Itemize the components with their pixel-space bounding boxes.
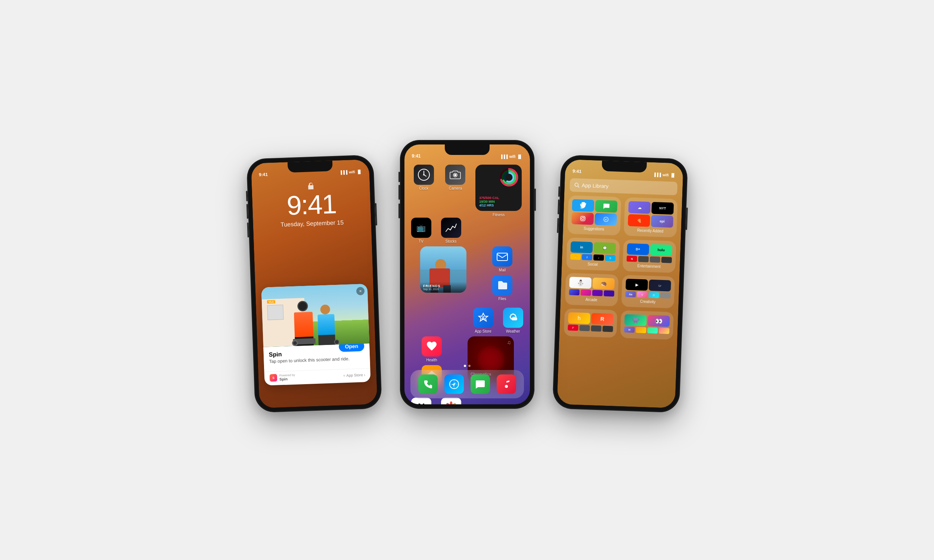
volume-down-button-2[interactable] [399,203,400,218]
volume-down-button-3[interactable] [557,218,559,233]
camera-label: Camera [449,186,462,191]
health-app[interactable]: Health [420,336,443,362]
volume-down-button[interactable] [247,223,249,237]
files-label: Files [498,297,506,301]
mail-files-column: Mail Files [491,246,514,301]
phone-applibrary: 9:41 ▐▐▐ wifi ▐▌ App Library [552,155,688,412]
photos-widget[interactable]: FRIENDS Sep 10, 2019 Photos [420,246,466,293]
weather-app[interactable]: 🌤 Weather [502,308,525,333]
stocks-app[interactable]: Stocks [440,218,463,243]
svg-text:A: A [481,315,485,321]
photos-icon [441,398,461,404]
weather-label: Weather [506,329,520,333]
app-store-link[interactable]: ⟐ App Store › [343,372,365,377]
appstore-app[interactable]: A App Store [472,308,495,333]
signal-icon-3: ▐▐▐ [653,172,661,177]
twitter-app-small [572,199,594,212]
mail-label: Mail [499,268,506,272]
page-dots [405,365,530,367]
appstore-label: App Store [475,329,491,333]
dock-music[interactable] [497,374,516,394]
creativity-label: Creativity [625,298,670,304]
app-grid: Clock Camera [405,162,530,404]
volume-up-button-2[interactable] [399,185,400,200]
hulu-app-small: hulu [650,244,672,256]
stocks-label: Stocks [445,239,456,243]
spin-logo-icon: S [269,374,277,382]
svg-marker-32 [604,218,607,221]
app-clip-body: Open Spin Tap open to unlock this scoote… [263,343,370,369]
svg-point-5 [454,174,456,176]
volume-up-button[interactable] [246,204,248,219]
library-row-4: h R P 👾 [563,308,673,340]
library-row-3: ⛄ 🦔 Arcade [565,273,675,308]
signal-icon-2: ▐▐▐ [500,155,508,158]
reddit-app: R [591,313,613,325]
camera-app[interactable]: Camera [444,165,467,191]
camera-icon [445,165,465,185]
health-icon [422,336,442,357]
stocks-icon [441,218,461,238]
app-clip-card[interactable]: VLC [261,284,371,386]
clock-app[interactable]: Clock [412,165,435,191]
status-time: 9:41 [259,172,268,177]
power-button-2[interactable] [534,189,536,211]
status-time-3: 9:41 [572,168,582,174]
dock-messages[interactable] [471,374,490,394]
clip-logo: S Powered by Spin [269,373,295,382]
wifi-icon-3: wifi [662,173,668,177]
svg-line-27 [578,186,579,188]
lockscreen-screen: 9:41 ▐▐▐ wifi ▐▌ 9:41 Tuesday, September… [251,159,377,408]
dock [411,370,524,398]
photos-app[interactable]: Photos [440,398,463,404]
netflix-app-small: N [626,256,637,262]
disneyplus-app-small: D+ [627,243,649,255]
arcade-folder[interactable]: ⛄ 🦔 Arcade [565,273,619,306]
silent-button[interactable] [246,191,248,201]
misc-folder-1[interactable]: h R P [563,308,617,338]
entertainment-folder[interactable]: D+ hulu N Entertainment [622,239,676,273]
safari-app-small [594,213,617,226]
news-app[interactable]: N̲ News [410,398,433,404]
music-note: ♫ [507,339,511,345]
tv-app[interactable]: 📺 TV [410,218,433,243]
creativity-folder[interactable]: ▶ Lr Aa V O Creativity [621,275,675,308]
volume-up-button-3[interactable] [557,199,559,214]
phone-lockscreen: 9:41 ▐▐▐ wifi ▐▌ 9:41 Tuesday, September… [246,155,382,412]
power-button-3[interactable] [685,208,688,230]
arcade-game2: 🦔 [592,277,615,289]
silent-button-3[interactable] [558,186,560,197]
social-folder[interactable]: in 💬 👋 f [566,237,620,271]
signal-icon: ▐▐▐ [339,170,347,175]
svg-point-30 [583,217,584,218]
dock-phone[interactable] [418,374,438,394]
app-clip-image: VLC [261,284,369,347]
instagram-app-small [571,212,594,225]
svg-rect-28 [580,216,585,221]
files-app[interactable]: Files [491,275,514,301]
hrs-stat: 4/12 HRS [479,203,499,207]
activity-rings [499,168,519,187]
suggestions-folder[interactable]: Suggestions [567,195,622,235]
search-icon [574,183,579,188]
lightroom-app: Lr [649,280,671,292]
power-button[interactable] [375,203,377,226]
recently-added-folder[interactable]: ☁ NYT 🍕 epi Recently Added [624,197,678,237]
fitness-widget[interactable]: 375/500 CAL 19/30 MIN 4/12 HRS Fitness [475,165,522,211]
mins-stat: 19/30 MIN [479,200,499,203]
friends-date: Sep 10, 2019 [423,288,463,291]
library-row-1: Suggestions ☁ NYT 🍕 epi Recently Added [567,195,677,237]
misc-folder-2[interactable]: 👾 👀 H [620,310,673,340]
mail-icon [492,246,512,266]
silent-button-2[interactable] [399,172,400,182]
dock-safari[interactable] [445,374,464,394]
epi-app-small: epi [651,215,673,228]
linkedin-app-small: in [570,241,593,253]
entertainment-label: Entertainment [626,263,671,269]
mail-app[interactable]: Mail [491,246,514,272]
clock-label: Clock [419,186,428,191]
screenflow-app: ▶ [626,279,648,291]
app-clip-close-button[interactable]: × [356,287,365,295]
calories-stat: 375/500 CAL [479,196,499,200]
scene: 9:41 ▐▐▐ wifi ▐▌ 9:41 Tuesday, September… [0,0,934,560]
